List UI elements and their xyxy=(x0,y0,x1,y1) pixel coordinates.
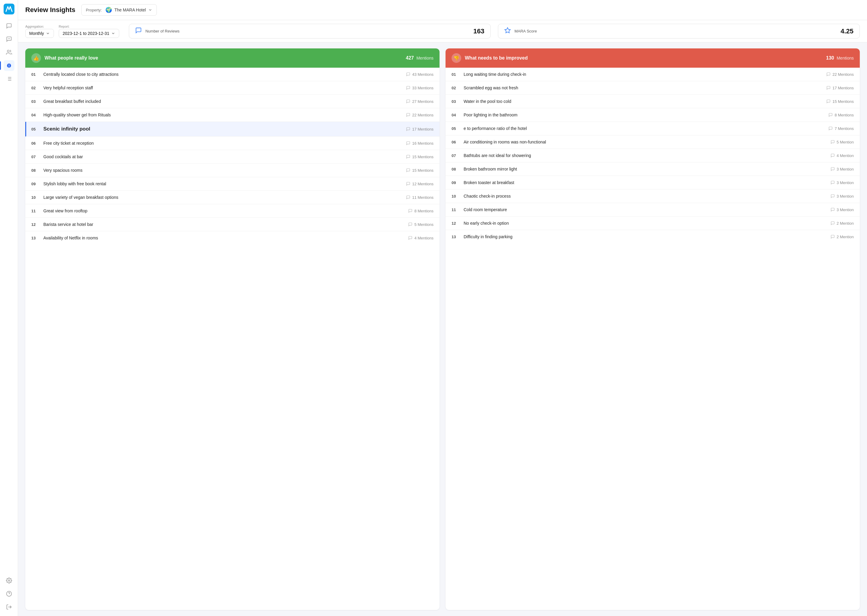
sidebar-bottom xyxy=(4,575,14,612)
negative-panel-title: What needs to be improved xyxy=(465,55,823,61)
list-item[interactable]: 12 No early check-in option 2 Mention xyxy=(446,217,860,230)
positive-panel-header: 👍 What people really love 427 Mentions xyxy=(25,49,440,68)
item-number: 11 xyxy=(452,207,459,212)
comment-icon xyxy=(826,72,831,76)
comment-icon xyxy=(406,182,410,186)
users-icon[interactable] xyxy=(4,47,14,58)
negative-panel-header: 👎 What needs to be improved 130 Mentions xyxy=(446,49,860,68)
item-text: Very helpful reception staff xyxy=(43,85,401,90)
item-number: 07 xyxy=(31,155,39,159)
mara-score-card: MARA Score 4.25 xyxy=(498,24,860,39)
chart-icon[interactable] xyxy=(4,60,14,71)
list-item[interactable]: 13 Difficulty in finding parking 2 Menti… xyxy=(446,230,860,244)
list-item[interactable]: 11 Cold room temperature 3 Mention xyxy=(446,203,860,217)
list-item[interactable]: 06 Free city ticket at reception 16 Ment… xyxy=(25,137,440,150)
aggregation-select[interactable]: Monthly xyxy=(25,29,54,38)
chat-icon[interactable] xyxy=(4,20,14,31)
item-mentions: 15 Mentions xyxy=(826,99,854,104)
list-item[interactable]: 09 Broken toaster at breakfast 3 Mention xyxy=(446,176,860,190)
list-item[interactable]: 07 Bathtubs are not ideal for showering … xyxy=(446,149,860,162)
logout-icon[interactable] xyxy=(4,602,14,612)
report-label: Report: xyxy=(59,25,119,28)
item-number: 01 xyxy=(452,72,459,77)
report-select[interactable]: 2023-12-1 to 2023-12-31 xyxy=(59,29,119,38)
item-mentions: 16 Mentions xyxy=(406,141,434,146)
list-item[interactable]: 04 Poor lighting in the bathroom 8 Menti… xyxy=(446,108,860,122)
item-number: 04 xyxy=(452,113,459,117)
list-item[interactable]: 09 Stylish lobby with free book rental 1… xyxy=(25,177,440,191)
item-text: Scenic infinity pool xyxy=(43,126,401,132)
item-mentions: 3 Mention xyxy=(831,194,854,198)
item-text: Poor lighting in the bathroom xyxy=(463,113,824,117)
item-text: Stylish lobby with free book rental xyxy=(43,181,401,186)
item-mentions: 17 Mentions xyxy=(826,86,854,90)
item-text: Great view from rooftop xyxy=(43,209,404,213)
list-item[interactable]: 05 e to performance ratio of the hotel 7… xyxy=(446,122,860,135)
message-icon[interactable] xyxy=(4,34,14,44)
item-mentions: 22 Mentions xyxy=(406,113,434,117)
item-number: 06 xyxy=(452,140,459,145)
property-selector[interactable]: Property: 🌍 The MARA Hotel xyxy=(81,4,157,16)
list-icon[interactable] xyxy=(4,73,14,84)
comment-icon xyxy=(831,140,835,144)
positive-panel-count: 427 Mentions xyxy=(406,55,434,61)
item-number: 04 xyxy=(31,113,39,117)
comment-icon xyxy=(406,113,410,117)
list-item[interactable]: 10 Large variety of vegan breakfast opti… xyxy=(25,191,440,204)
comment-icon xyxy=(828,126,833,130)
comment-icon xyxy=(406,141,410,145)
logo xyxy=(4,4,14,16)
item-text: Availability of Netflix in rooms xyxy=(43,236,404,240)
comment-icon xyxy=(826,99,831,104)
item-number: 08 xyxy=(31,168,39,173)
item-text: High-quality shower gel from Rituals xyxy=(43,113,401,117)
list-item[interactable]: 13 Availability of Netflix in rooms 4 Me… xyxy=(25,231,440,245)
aggregation-label: Aggregation: xyxy=(25,25,54,28)
item-mentions: 7 Mentions xyxy=(828,126,854,131)
list-item[interactable]: 03 Water in the pool too cold 15 Mention… xyxy=(446,95,860,108)
item-number: 09 xyxy=(452,181,459,185)
main-content: Review Insights Property: 🌍 The MARA Hot… xyxy=(18,0,867,616)
list-item[interactable]: 01 Long waiting time during check-in 22 … xyxy=(446,68,860,81)
property-label: Property: xyxy=(86,8,102,13)
item-text: Centrally located close to city attracti… xyxy=(43,72,401,77)
item-mentions: 43 Mentions xyxy=(406,72,434,77)
svg-marker-14 xyxy=(505,28,510,33)
thumbs-down-icon: 👎 xyxy=(452,53,461,63)
list-item[interactable]: 06 Air conditioning in rooms was non-fun… xyxy=(446,135,860,149)
settings-icon[interactable] xyxy=(4,575,14,586)
item-number: 07 xyxy=(452,153,459,158)
negative-items-list: 01 Long waiting time during check-in 22 … xyxy=(446,68,860,244)
list-item[interactable]: 11 Great view from rooftop 8 Mentions xyxy=(25,204,440,218)
item-mentions: 27 Mentions xyxy=(406,99,434,104)
list-item[interactable]: 10 Chaotic check-in process 3 Mention xyxy=(446,190,860,203)
comment-icon xyxy=(406,168,410,172)
stats-group: Number of Reviews 163 MARA Score 4.25 xyxy=(129,24,860,39)
chevron-down-icon xyxy=(111,31,115,36)
list-item[interactable]: 03 Great breakfast buffet included 27 Me… xyxy=(25,95,440,108)
item-number: 10 xyxy=(452,194,459,198)
item-mentions: 8 Mentions xyxy=(408,209,434,213)
list-item[interactable]: 02 Very helpful reception staff 33 Menti… xyxy=(25,81,440,95)
item-mentions: 5 Mentions xyxy=(408,222,434,227)
reviews-stat-card: Number of Reviews 163 xyxy=(129,24,491,39)
list-item[interactable]: 02 Scrambled egg was not fresh 17 Mentio… xyxy=(446,81,860,95)
list-item[interactable]: 05 Scenic infinity pool 17 Mentions xyxy=(25,122,440,137)
aggregation-filter: Aggregation: Monthly xyxy=(25,25,54,38)
list-item[interactable]: 08 Broken bathroom mirror light 3 Mentio… xyxy=(446,162,860,176)
positive-panel: 👍 What people really love 427 Mentions 0… xyxy=(25,49,440,610)
positive-items-list: 01 Centrally located close to city attra… xyxy=(25,68,440,245)
list-item[interactable]: 07 Good cocktails at bar 15 Mentions xyxy=(25,150,440,163)
list-item[interactable]: 12 Barista service at hotel bar 5 Mentio… xyxy=(25,218,440,231)
item-text: Barista service at hotel bar xyxy=(43,222,404,227)
list-item[interactable]: 01 Centrally located close to city attra… xyxy=(25,68,440,81)
comment-icon xyxy=(831,153,835,158)
list-item[interactable]: 08 Very spacious rooms 15 Mentions xyxy=(25,163,440,177)
list-item[interactable]: 04 High-quality shower gel from Rituals … xyxy=(25,108,440,122)
mara-label: MARA Score xyxy=(514,29,537,33)
aggregation-value: Monthly xyxy=(29,31,44,36)
comment-icon xyxy=(831,235,835,239)
help-icon[interactable] xyxy=(4,588,14,599)
thumbs-up-icon: 👍 xyxy=(31,53,41,63)
item-number: 05 xyxy=(31,127,39,132)
